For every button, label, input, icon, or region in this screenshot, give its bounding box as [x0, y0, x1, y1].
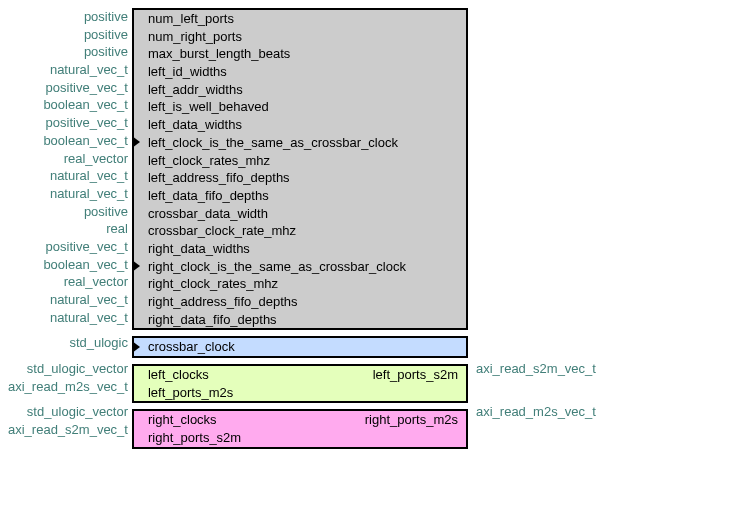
generic-row: left_data_fifo_depths — [134, 187, 466, 205]
type-label: natural_vec_t — [8, 291, 132, 309]
type-label — [468, 167, 596, 185]
generic-row: left_clock_is_the_same_as_crossbar_clock — [134, 134, 466, 152]
left-port-row: left_clocksleft_ports_s2m — [134, 366, 466, 384]
type-label: natural_vec_t — [8, 309, 132, 327]
type-label: axi_read_s2m_vec_t — [8, 421, 132, 439]
left-type-column: positivepositivepositivenatural_vec_tpos… — [8, 8, 132, 449]
type-label — [468, 334, 596, 352]
port-name-left: crossbar_data_width — [148, 205, 268, 223]
port-name-left: left_addr_widths — [148, 81, 243, 99]
port-name-left: right_clock_rates_mhz — [148, 275, 278, 293]
type-label: std_ulogic_vector — [8, 360, 132, 378]
generic-row: left_address_fifo_depths — [134, 169, 466, 187]
type-label — [468, 150, 596, 168]
type-label: std_ulogic_vector — [8, 403, 132, 421]
port-name-left: left_clock_is_the_same_as_crossbar_clock — [148, 134, 398, 152]
type-label: positive_vec_t — [8, 114, 132, 132]
type-label: positive — [8, 203, 132, 221]
type-label — [468, 43, 596, 61]
port-name-left: right_address_fifo_depths — [148, 293, 298, 311]
generic-row: left_addr_widths — [134, 81, 466, 99]
type-label — [468, 378, 596, 396]
port-name-left: right_ports_s2m — [148, 429, 241, 447]
type-label: positive_vec_t — [8, 238, 132, 256]
generic-row: right_data_fifo_depths — [134, 311, 466, 329]
port-name-left: num_right_ports — [148, 28, 242, 46]
generic-row: right_address_fifo_depths — [134, 293, 466, 311]
type-label: positive_vec_t — [8, 79, 132, 97]
type-label: boolean_vec_t — [8, 96, 132, 114]
generic-row: num_right_ports — [134, 28, 466, 46]
type-label — [468, 256, 596, 274]
port-name-right: right_ports_m2s — [365, 411, 458, 429]
center-column: num_left_portsnum_right_portsmax_burst_l… — [132, 8, 468, 449]
type-label — [468, 26, 596, 44]
generic-row: num_left_ports — [134, 10, 466, 28]
port-name-left: left_clocks — [148, 366, 209, 384]
type-label — [468, 309, 596, 327]
type-label: std_ulogic — [8, 334, 132, 352]
type-label — [468, 96, 596, 114]
type-label — [468, 421, 596, 439]
generic-row: left_clock_rates_mhz — [134, 152, 466, 170]
clock-row: crossbar_clock — [134, 338, 466, 356]
type-label: axi_read_m2s_vec_t — [8, 378, 132, 396]
generic-row: max_burst_length_beats — [134, 45, 466, 63]
right-port-row: right_ports_s2m — [134, 429, 466, 447]
generic-row: crossbar_data_width — [134, 205, 466, 223]
port-name-left: max_burst_length_beats — [148, 45, 290, 63]
port-name-left: right_data_fifo_depths — [148, 311, 277, 329]
generic-row: left_data_widths — [134, 116, 466, 134]
type-label: positive — [8, 43, 132, 61]
type-label: boolean_vec_t — [8, 256, 132, 274]
port-name-left: left_is_well_behaved — [148, 98, 269, 116]
type-label — [468, 185, 596, 203]
type-label — [468, 79, 596, 97]
type-label: real_vector — [8, 150, 132, 168]
type-label — [468, 273, 596, 291]
left-port-row: left_ports_m2s — [134, 384, 466, 402]
type-label: axi_read_s2m_vec_t — [468, 360, 596, 378]
port-name-left: left_ports_m2s — [148, 384, 233, 402]
port-name-left: right_clock_is_the_same_as_crossbar_cloc… — [148, 258, 406, 276]
generics-box: num_left_portsnum_right_portsmax_burst_l… — [132, 8, 468, 330]
right-ports-box: right_clocksright_ports_m2sright_ports_s… — [132, 409, 468, 448]
type-label — [468, 114, 596, 132]
type-label — [468, 132, 596, 150]
port-name-left: right_clocks — [148, 411, 217, 429]
port-name-left: left_data_fifo_depths — [148, 187, 269, 205]
type-label — [468, 8, 596, 26]
clock-port-box: crossbar_clock — [132, 336, 468, 358]
port-name-left: left_clock_rates_mhz — [148, 152, 270, 170]
component-diagram: positivepositivepositivenatural_vec_tpos… — [8, 8, 740, 449]
generic-row: right_clock_rates_mhz — [134, 275, 466, 293]
generic-row: left_is_well_behaved — [134, 98, 466, 116]
type-label: natural_vec_t — [8, 167, 132, 185]
port-name-left: left_data_widths — [148, 116, 242, 134]
type-label — [468, 238, 596, 256]
type-label: natural_vec_t — [8, 185, 132, 203]
port-name-left: num_left_ports — [148, 10, 234, 28]
port-name-left: right_data_widths — [148, 240, 250, 258]
type-label — [468, 203, 596, 221]
generic-row: crossbar_clock_rate_mhz — [134, 222, 466, 240]
type-label: boolean_vec_t — [8, 132, 132, 150]
port-name-right: left_ports_s2m — [373, 366, 458, 384]
type-label: real — [8, 220, 132, 238]
port-name-left: left_id_widths — [148, 63, 227, 81]
type-label — [468, 291, 596, 309]
port-name-left: crossbar_clock_rate_mhz — [148, 222, 296, 240]
generic-row: right_clock_is_the_same_as_crossbar_cloc… — [134, 258, 466, 276]
type-label: positive — [8, 8, 132, 26]
right-type-column: axi_read_s2m_vec_taxi_read_m2s_vec_t — [468, 8, 596, 449]
type-label — [468, 61, 596, 79]
right-port-row: right_clocksright_ports_m2s — [134, 411, 466, 429]
port-name-left: left_address_fifo_depths — [148, 169, 290, 187]
type-label — [468, 220, 596, 238]
type-label: natural_vec_t — [8, 61, 132, 79]
type-label: axi_read_m2s_vec_t — [468, 403, 596, 421]
type-label: real_vector — [8, 273, 132, 291]
generic-row: left_id_widths — [134, 63, 466, 81]
port-name-left: crossbar_clock — [148, 338, 235, 356]
type-label: positive — [8, 26, 132, 44]
